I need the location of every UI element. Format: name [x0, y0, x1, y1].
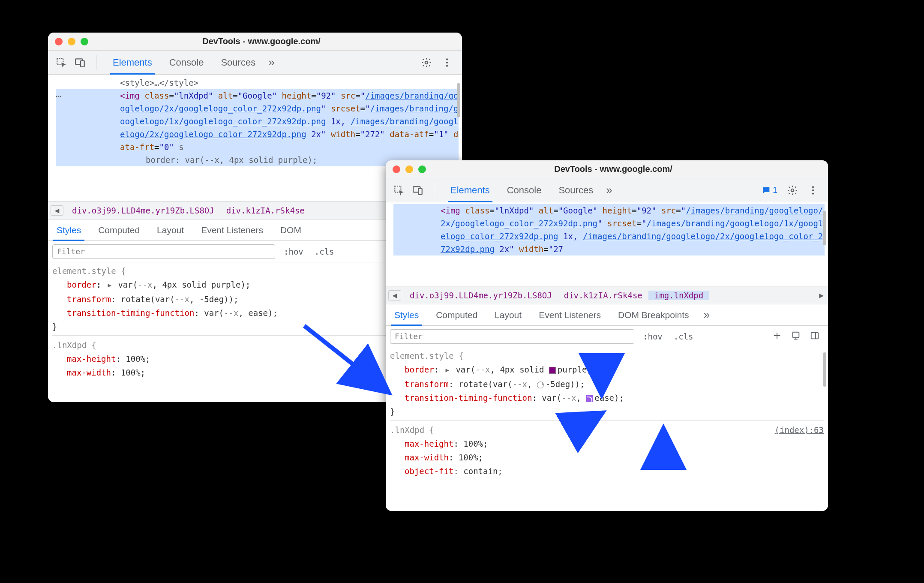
tab-computed[interactable]: Computed	[427, 304, 486, 326]
svg-point-6	[446, 65, 448, 66]
tab-elements[interactable]: Elements	[442, 178, 498, 202]
breadcrumb-item[interactable]: div.k1zIA.rSk4se	[220, 206, 311, 215]
inspect-element-icon[interactable]	[393, 185, 405, 196]
breadcrumb-item[interactable]: div.o3j99.LLD4me.yr19Zb.LS8OJ	[66, 206, 220, 215]
svg-rect-15	[811, 332, 819, 339]
minimize-window-icon[interactable]	[405, 165, 413, 173]
expand-siblings-icon[interactable]: ⋯	[56, 90, 61, 103]
gear-icon[interactable]	[787, 185, 798, 196]
svg-point-5	[446, 61, 448, 63]
breadcrumb-scroll-left-icon[interactable]: ◀	[388, 290, 401, 301]
svg-point-3	[425, 61, 428, 64]
tab-styles[interactable]: Styles	[48, 219, 90, 241]
dom-node-selected[interactable]: <img class="lnXdpd" alt="Google" height=…	[393, 204, 825, 255]
breadcrumb-item[interactable]: div.k1zIA.rSk4se	[558, 291, 648, 300]
expand-shorthand-icon[interactable]: ▶	[106, 278, 113, 292]
styles-filter-input[interactable]	[390, 329, 634, 344]
computed-sidebar-icon[interactable]	[810, 331, 819, 342]
svg-rect-14	[793, 332, 799, 337]
tab-sources[interactable]: Sources	[212, 51, 264, 75]
window-title: DevTools - www.google.com/	[95, 36, 462, 46]
tab-layout[interactable]: Layout	[486, 304, 530, 326]
inspect-element-icon[interactable]	[56, 57, 67, 68]
toggle-cls-button[interactable]: .cls	[312, 247, 337, 256]
devtools-window-right: DevTools - www.google.com/ Elements Cons…	[386, 160, 828, 511]
tab-dom-breakpoints[interactable]: DOM	[272, 219, 310, 241]
source-link[interactable]: (index):63	[775, 423, 824, 437]
window-title: DevTools - www.google.com/	[433, 164, 828, 174]
traffic-lights	[48, 38, 95, 45]
close-window-icon[interactable]	[55, 38, 63, 45]
issues-badge[interactable]: 1	[762, 185, 777, 195]
tab-sources[interactable]: Sources	[550, 178, 602, 202]
tab-console[interactable]: Console	[161, 51, 213, 75]
print-media-icon[interactable]	[791, 331, 801, 342]
styles-pane[interactable]: element.style { border: ▶ var(--x, 4px s…	[386, 347, 828, 511]
angle-swatch-icon[interactable]	[537, 382, 544, 388]
svg-point-10	[791, 189, 794, 192]
breadcrumb-scroll-left-icon[interactable]: ◀	[51, 205, 63, 216]
scrollbar-thumb[interactable]	[823, 211, 826, 245]
dom-node-selected[interactable]: <img class="lnXdpd" alt="Google" height=…	[56, 89, 459, 153]
styles-subtabs: Styles Computed Layout Event Listeners D…	[386, 304, 828, 326]
css-rule[interactable]: (index):63 .lnXdpd { max-height: 100%; m…	[390, 423, 824, 478]
tab-console[interactable]: Console	[498, 178, 550, 202]
scrollbar-thumb[interactable]	[823, 352, 826, 387]
tab-event-listeners[interactable]: Event Listeners	[192, 219, 272, 241]
dom-node[interactable]: <style>…</style>	[56, 76, 459, 89]
styles-filter-input[interactable]	[52, 244, 275, 259]
color-swatch-icon[interactable]	[549, 367, 556, 374]
breadcrumb-scroll-right-icon[interactable]: ▶	[819, 291, 828, 300]
svg-rect-9	[418, 188, 422, 194]
traffic-lights	[386, 165, 433, 173]
subtabs-overflow-icon[interactable]: »	[698, 308, 716, 322]
tab-dom-breakpoints[interactable]: DOM Breakpoints	[609, 304, 698, 326]
breadcrumb-item[interactable]: div.o3j99.LLD4me.yr19Zb.LS8OJ	[404, 291, 558, 300]
new-style-rule-icon[interactable]	[772, 331, 782, 342]
css-rule[interactable]: element.style { border: ▶ var(--x, 4px s…	[390, 349, 824, 418]
tab-computed[interactable]: Computed	[90, 219, 148, 241]
tab-layout[interactable]: Layout	[148, 219, 192, 241]
main-tabbar: Elements Console Sources » 1	[386, 178, 828, 202]
device-toggle-icon[interactable]	[75, 57, 86, 68]
bezier-swatch-icon[interactable]	[586, 395, 593, 402]
device-toggle-icon[interactable]	[412, 185, 423, 196]
titlebar: DevTools - www.google.com/	[48, 33, 462, 51]
kebab-menu-icon[interactable]	[807, 185, 819, 196]
zoom-window-icon[interactable]	[418, 165, 426, 173]
tab-event-listeners[interactable]: Event Listeners	[530, 304, 609, 326]
tab-styles[interactable]: Styles	[386, 304, 427, 326]
breadcrumb-item-active[interactable]: img.lnXdpd	[648, 291, 709, 300]
svg-rect-2	[81, 60, 84, 66]
tabs-overflow-icon[interactable]: »	[264, 56, 279, 69]
main-tabbar: Elements Console Sources »	[48, 51, 462, 75]
zoom-window-icon[interactable]	[81, 38, 88, 45]
svg-point-11	[812, 186, 814, 188]
expand-shorthand-icon[interactable]: ▶	[444, 363, 451, 377]
svg-point-4	[446, 58, 448, 60]
svg-point-12	[812, 189, 814, 191]
styles-filter-bar: :hov .cls	[386, 326, 828, 347]
svg-point-13	[812, 192, 814, 194]
breadcrumb: ◀ div.o3j99.LLD4me.yr19Zb.LS8OJ div.k1zI…	[386, 286, 828, 304]
tab-elements[interactable]: Elements	[104, 51, 161, 75]
minimize-window-icon[interactable]	[68, 38, 75, 45]
toggle-hov-button[interactable]: :hov	[640, 332, 665, 341]
toggle-cls-button[interactable]: .cls	[671, 332, 696, 341]
kebab-menu-icon[interactable]	[441, 57, 453, 68]
toggle-hov-button[interactable]: :hov	[281, 247, 306, 256]
gear-icon[interactable]	[421, 57, 432, 68]
close-window-icon[interactable]	[393, 165, 400, 173]
dom-tree[interactable]: <img class="lnXdpd" alt="Google" height=…	[386, 202, 828, 286]
scrollbar-thumb[interactable]	[457, 83, 460, 117]
tabs-overflow-icon[interactable]: »	[602, 183, 616, 197]
titlebar: DevTools - www.google.com/	[386, 160, 828, 178]
